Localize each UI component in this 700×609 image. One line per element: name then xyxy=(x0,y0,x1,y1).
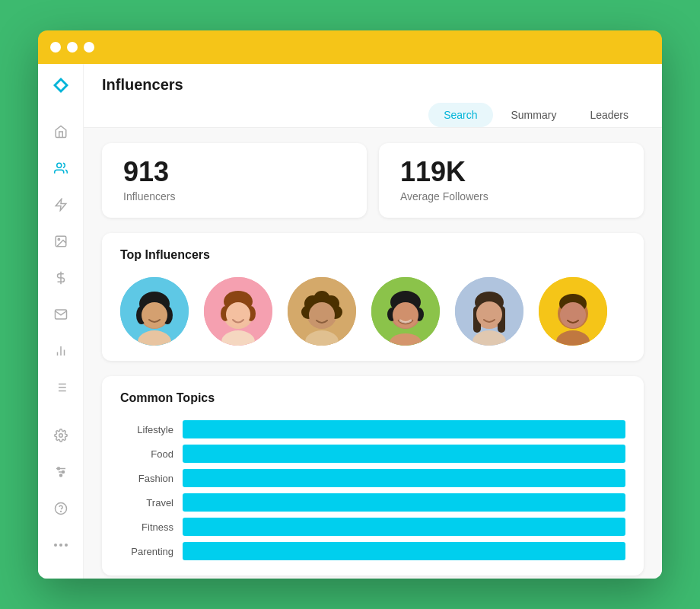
svg-point-21 xyxy=(62,471,64,473)
sidebar-item-finance[interactable] xyxy=(46,263,76,293)
bar-row-lifestyle: Lifestyle xyxy=(120,420,625,438)
page-title: Influencers xyxy=(102,76,644,103)
bar-track-lifestyle xyxy=(183,420,625,438)
top-influencers-section: Top Influencers xyxy=(102,233,644,361)
stats-section: 913 Influencers 119K Average Followers xyxy=(84,128,662,233)
stat-card-followers: 119K Average Followers xyxy=(379,143,644,218)
svg-point-69 xyxy=(560,302,586,328)
avatar-4[interactable] xyxy=(371,277,440,346)
stat-card-influencers: 913 Influencers xyxy=(102,143,367,218)
browser-body: Influencers Search Summary Leaders 913 I… xyxy=(38,64,662,579)
tab-leaders[interactable]: Leaders xyxy=(574,103,644,127)
bar-chart: Lifestyle Food Fashion Travel xyxy=(120,420,625,560)
svg-marker-3 xyxy=(56,199,66,211)
bar-label-food: Food xyxy=(120,448,173,460)
top-influencers-title: Top Influencers xyxy=(120,248,625,262)
sidebar-item-messages[interactable] xyxy=(46,299,76,330)
sidebar-item-help[interactable] xyxy=(46,493,76,524)
svg-point-50 xyxy=(309,302,335,328)
common-topics-title: Common Topics xyxy=(120,391,625,405)
common-topics-section: Common Topics Lifestyle Food Fashion xyxy=(102,376,644,576)
sidebar-item-filters[interactable] xyxy=(46,457,76,487)
svg-point-34 xyxy=(142,302,167,328)
svg-point-2 xyxy=(56,163,61,167)
svg-point-22 xyxy=(59,474,62,477)
sidebar-item-analytics[interactable] xyxy=(46,336,76,366)
browser-titlebar xyxy=(38,30,662,64)
bar-row-fashion: Fashion xyxy=(120,469,625,487)
bar-track-parenting xyxy=(183,542,625,560)
sidebar-item-activity[interactable] xyxy=(46,190,76,220)
svg-point-5 xyxy=(58,238,59,240)
sidebar-bottom xyxy=(46,420,76,566)
stat-value-followers: 119K xyxy=(400,158,622,186)
svg-point-20 xyxy=(57,467,59,470)
sidebar-item-list[interactable] xyxy=(46,372,76,403)
tab-summary[interactable]: Summary xyxy=(496,103,572,127)
sidebar-nav xyxy=(46,116,76,420)
avatar-6[interactable] xyxy=(539,277,607,346)
svg-point-16 xyxy=(59,434,62,438)
avatars-row xyxy=(120,277,625,346)
sidebar-logo xyxy=(52,76,70,98)
bar-row-travel: Travel xyxy=(120,493,625,512)
stat-label-followers: Average Followers xyxy=(400,190,622,202)
avatar-2[interactable] xyxy=(204,277,272,346)
svg-point-27 xyxy=(65,544,68,547)
dot-1 xyxy=(50,42,61,53)
bar-track-travel xyxy=(183,493,625,512)
svg-point-26 xyxy=(59,544,62,547)
tab-search[interactable]: Search xyxy=(428,103,492,127)
bar-row-fitness: Fitness xyxy=(120,518,625,536)
bar-track-fitness xyxy=(183,518,625,536)
svg-point-64 xyxy=(476,301,502,327)
bar-label-travel: Travel xyxy=(120,497,173,509)
dot-3 xyxy=(84,42,94,53)
bar-row-food: Food xyxy=(120,445,625,463)
dot-2 xyxy=(67,42,78,53)
sidebar-item-settings[interactable] xyxy=(46,420,76,451)
page-header: Influencers Search Summary Leaders xyxy=(84,64,662,128)
sidebar-item-media[interactable] xyxy=(46,226,76,257)
bar-label-fashion: Fashion xyxy=(120,473,173,484)
bar-track-food xyxy=(183,445,625,463)
bar-row-parenting: Parenting xyxy=(120,542,625,560)
sidebar-item-influencers[interactable] xyxy=(46,153,76,183)
tabs: Search Summary Leaders xyxy=(102,103,644,127)
sidebar-item-home[interactable] xyxy=(46,116,76,147)
stat-value-influencers: 913 xyxy=(123,158,345,186)
avatar-5[interactable] xyxy=(455,277,523,346)
browser-window: Influencers Search Summary Leaders 913 I… xyxy=(38,30,662,579)
bar-track-fashion xyxy=(183,469,625,487)
avatar-1[interactable] xyxy=(120,277,189,346)
sidebar-item-more[interactable] xyxy=(46,530,76,560)
main-content: Influencers Search Summary Leaders 913 I… xyxy=(84,64,662,579)
svg-point-25 xyxy=(54,544,57,547)
sidebar xyxy=(38,64,84,579)
bar-label-fitness: Fitness xyxy=(120,521,173,533)
bar-label-parenting: Parenting xyxy=(120,546,173,557)
avatar-3[interactable] xyxy=(288,277,356,346)
bar-label-lifestyle: Lifestyle xyxy=(120,424,173,435)
stat-label-influencers: Influencers xyxy=(123,190,345,202)
